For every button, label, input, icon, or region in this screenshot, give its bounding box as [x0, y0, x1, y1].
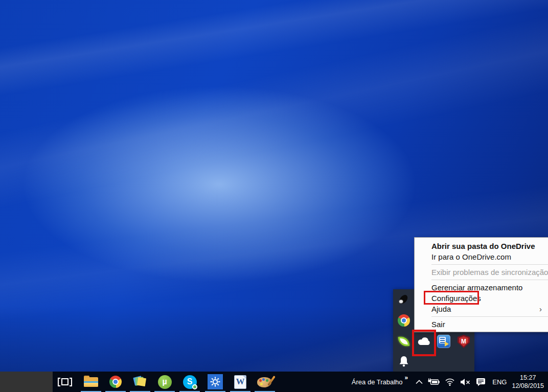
- menu-item-exit[interactable]: Sair: [415, 319, 548, 330]
- task-view-icon: [58, 378, 72, 386]
- battery-charging-icon: [428, 378, 440, 385]
- taskbar-app-utorrent[interactable]: µ: [153, 372, 176, 392]
- file-explorer-icon: [83, 376, 99, 388]
- taskbar-app-skype[interactable]: S: [178, 372, 201, 392]
- paint-palette-icon: [257, 375, 272, 388]
- tray-icon-translator[interactable]: [433, 331, 454, 352]
- start-menu-block[interactable]: [0, 372, 53, 392]
- sticky-notes-icon: [133, 375, 147, 388]
- settings-gear-icon: [208, 374, 223, 389]
- utorrent-icon: µ: [158, 375, 172, 389]
- taskbar-app-chrome[interactable]: [104, 372, 127, 392]
- annotation-box-settings: [424, 291, 479, 305]
- action-center-button[interactable]: [473, 372, 488, 392]
- mcafee-shield-icon: M: [458, 335, 470, 348]
- taskbar-right-cluster: Área de Trabalho »: [352, 372, 548, 392]
- clock[interactable]: 15:27 12/08/2015: [511, 374, 548, 390]
- show-hidden-icons-button[interactable]: [413, 372, 425, 392]
- taskbar-app-word[interactable]: W: [229, 372, 252, 392]
- tray-icon-leaf-app[interactable]: [394, 331, 414, 352]
- mouse-icon: [398, 293, 409, 306]
- action-center-icon: [476, 378, 486, 386]
- chrome-icon: [109, 376, 122, 388]
- chevron-up-icon: [416, 380, 423, 384]
- translator-icon: [437, 335, 450, 348]
- menu-item-help[interactable]: Ajuda ›: [415, 304, 548, 314]
- language-indicator[interactable]: ENG: [488, 378, 511, 386]
- submenu-arrow-icon: ›: [539, 304, 542, 314]
- clock-date: 12/08/2015: [512, 382, 544, 390]
- desktop-toolbar-label[interactable]: Área de Trabalho: [352, 378, 403, 386]
- battery-button[interactable]: [425, 372, 442, 392]
- task-view-button[interactable]: [53, 372, 77, 392]
- bell-icon: [399, 356, 409, 367]
- wifi-icon: [445, 378, 455, 386]
- taskbar-app-sticky-notes[interactable]: [128, 372, 152, 392]
- taskbar-app-file-explorer[interactable]: [79, 372, 103, 392]
- leaf-icon: [398, 336, 410, 348]
- taskbar-app-settings[interactable]: [203, 372, 227, 392]
- tray-icon-mcafee[interactable]: M: [453, 331, 474, 352]
- toolbar-overflow-chevron[interactable]: »: [405, 374, 408, 381]
- menu-separator: [431, 280, 548, 280]
- tray-icon-notification-bell[interactable]: [394, 351, 414, 372]
- onedrive-context-menu: Abrir sua pasta do OneDrive Ir para o On…: [414, 237, 548, 332]
- skype-status-dot: [192, 384, 197, 389]
- menu-item-go-to-onedrive[interactable]: Ir para o OneDrive.com: [415, 251, 548, 262]
- volume-muted-button[interactable]: [458, 372, 473, 392]
- menu-separator: [431, 316, 548, 317]
- menu-separator: [431, 264, 548, 265]
- speaker-muted-icon: [460, 378, 471, 386]
- skype-icon: S: [183, 375, 197, 389]
- menu-item-sync-problems: Exibir problemas de sincronização: [415, 267, 548, 278]
- taskbar-app-paint[interactable]: [253, 372, 277, 392]
- annotation-box-onedrive-icon: [412, 330, 436, 356]
- wifi-button[interactable]: [442, 372, 458, 392]
- chrome-icon: [398, 314, 410, 327]
- menu-item-open-folder[interactable]: Abrir sua pasta do OneDrive: [415, 241, 548, 251]
- tray-icon-mouse-utility[interactable]: [394, 289, 414, 310]
- taskbar: µ S W: [0, 372, 548, 392]
- screen: M Abrir sua pasta do OneDrive Ir para o …: [0, 0, 548, 392]
- word-icon: W: [234, 375, 246, 389]
- tray-icon-chrome[interactable]: [394, 310, 414, 331]
- clock-time: 15:27: [512, 374, 544, 382]
